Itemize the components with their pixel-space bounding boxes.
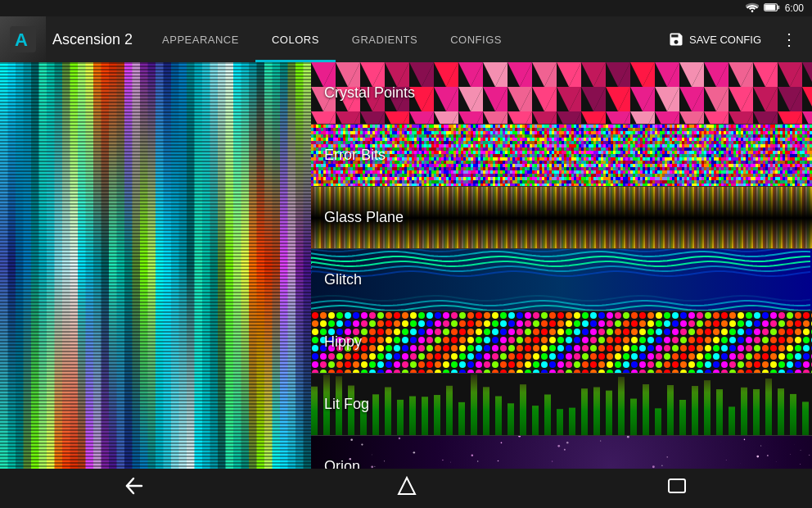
nav-tabs: APPEARANCE COLORS GRADIENTS CONFIGS	[146, 16, 660, 62]
svg-rect-2	[765, 4, 775, 10]
save-icon	[668, 31, 684, 48]
main-content: Crystal Points Error Bits Glass Plane Gl…	[0, 62, 812, 469]
list-item-orion[interactable]: Orion	[311, 436, 812, 469]
orion-label: Orion	[324, 458, 360, 469]
glass-plane-label: Glass Plane	[324, 209, 404, 226]
glitch-preview	[311, 249, 812, 311]
color-list[interactable]: Crystal Points Error Bits Glass Plane Gl…	[311, 62, 812, 469]
hippy-label: Hippy	[324, 333, 362, 351]
lit-fog-preview	[311, 374, 812, 435]
list-item-hippy[interactable]: Hippy	[311, 311, 812, 374]
tab-appearance[interactable]: APPEARANCE	[146, 16, 255, 62]
glitch-label: Glitch	[324, 271, 362, 288]
tab-colors[interactable]: COLORS	[255, 16, 336, 62]
wifi-icon	[746, 2, 759, 14]
orion-preview	[311, 436, 812, 469]
tab-gradients[interactable]: GRADIENTS	[336, 16, 434, 62]
hippy-preview	[311, 311, 812, 373]
error-bits-preview	[311, 125, 812, 186]
preview-panel	[0, 62, 311, 469]
bottom-nav	[0, 469, 812, 508]
svg-rect-8	[669, 479, 685, 492]
tab-configs[interactable]: CONFIGS	[434, 16, 518, 62]
back-button[interactable]	[92, 470, 179, 506]
nav-right-controls: SAVE CONFIG ⋮	[660, 25, 812, 54]
home-button[interactable]	[364, 469, 449, 507]
list-item-glitch[interactable]: Glitch	[311, 249, 812, 311]
lit-fog-label: Lit Fog	[324, 396, 369, 413]
error-bits-label: Error Bits	[324, 147, 386, 164]
status-bar: 6:00	[0, 0, 812, 16]
svg-point-0	[751, 10, 753, 12]
recents-button[interactable]	[634, 471, 720, 506]
svg-rect-3	[777, 6, 779, 9]
nav-bar: A Ascension 2 APPEARANCE COLORS GRADIENT…	[0, 16, 812, 62]
app-logo: A	[0, 16, 46, 62]
save-config-button[interactable]: SAVE CONFIG	[660, 26, 769, 52]
svg-marker-7	[399, 478, 415, 494]
svg-text:A: A	[15, 29, 28, 50]
app-title: Ascension 2	[46, 31, 146, 48]
list-item-crystal-points[interactable]: Crystal Points	[311, 62, 812, 125]
crystal-points-label: Crystal Points	[324, 84, 415, 102]
list-item-error-bits[interactable]: Error Bits	[311, 125, 812, 187]
more-options-button[interactable]: ⋮	[776, 25, 802, 54]
list-item-lit-fog[interactable]: Lit Fog	[311, 374, 812, 436]
list-item-glass-plane[interactable]: Glass Plane	[311, 187, 812, 249]
status-time: 6:00	[785, 2, 804, 14]
battery-icon	[764, 2, 780, 14]
